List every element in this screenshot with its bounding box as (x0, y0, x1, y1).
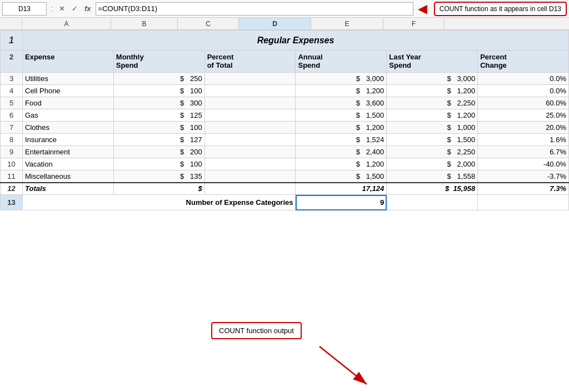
cancel-icon[interactable]: ✕ (57, 3, 67, 14)
cell-b6[interactable]: $ 125 (113, 109, 204, 122)
cell-f6[interactable]: 25.0% (478, 109, 569, 122)
cell-b10[interactable]: $ 100 (113, 158, 204, 170)
cell-f4[interactable]: 0.0% (478, 85, 569, 97)
cell-e8[interactable]: $ 1,500 (387, 134, 478, 146)
cell-d5[interactable]: $ 3,600 (296, 97, 387, 109)
function-icon[interactable]: fx (82, 3, 93, 14)
svg-line-1 (320, 346, 367, 384)
header-percent-change: PercentChange (478, 51, 569, 73)
table-row-1: 1 Regular Expenses (1, 31, 569, 51)
spreadsheet-table: 1 Regular Expenses 2 Expense MonthlySpen… (0, 30, 569, 210)
cell-c9[interactable] (204, 146, 296, 158)
table-row-11: 11 Miscellaneous $ 135 $ 1,500 $ 1,558 -… (1, 170, 569, 183)
cell-e6[interactable]: $ 1,200 (387, 109, 478, 122)
cell-e12[interactable]: $ 15,958 (387, 183, 478, 195)
cell-b8[interactable]: $ 127 (113, 134, 204, 146)
cell-a3[interactable]: Utilities (23, 73, 114, 85)
formula-input[interactable] (96, 2, 413, 16)
count-annotation-box: COUNT function output (211, 322, 302, 339)
cell-c12[interactable] (204, 183, 296, 195)
cell-e13[interactable] (387, 195, 478, 210)
cell-c5[interactable] (204, 97, 296, 109)
cell-b7[interactable]: $ 100 (113, 122, 204, 134)
cell-d13[interactable]: 9 (296, 195, 387, 210)
formula-separator: : (49, 4, 54, 14)
cell-e7[interactable]: $ 1,000 (387, 122, 478, 134)
cell-c10[interactable] (204, 158, 296, 170)
cell-f3[interactable]: 0.0% (478, 73, 569, 85)
cell-a10[interactable]: Vacation (23, 158, 114, 170)
cell-a8[interactable]: Insurance (23, 134, 114, 146)
cell-b11[interactable]: $ 135 (113, 170, 204, 183)
table-row-10: 10 Vacation $ 100 $ 1,200 $ 2,000 -40.0% (1, 158, 569, 170)
cell-a13-c13[interactable]: Number of Expense Categories (23, 195, 296, 210)
cell-d4[interactable]: $ 1,200 (296, 85, 387, 97)
confirm-icon[interactable]: ✓ (69, 3, 80, 14)
cell-d11[interactable]: $ 1,500 (296, 170, 387, 183)
row-num-9: 9 (1, 146, 23, 158)
cell-a11[interactable]: Miscellaneous (23, 170, 114, 183)
cell-c7[interactable] (204, 122, 296, 134)
cell-b5[interactable]: $ 300 (113, 97, 204, 109)
col-header-b[interactable]: B (111, 18, 178, 29)
spreadsheet-wrapper: A B C D E F 1 Regular Expenses 2 Expense… (0, 18, 569, 210)
row-num-11: 11 (1, 170, 23, 183)
cell-c11[interactable] (204, 170, 296, 183)
formula-bar: D13 : ✕ ✓ fx ◀ COUNT function as it appe… (0, 0, 569, 18)
table-row-4: 4 Cell Phone $ 100 $ 1,200 $ 1,200 0.0% (1, 85, 569, 97)
title-cell[interactable]: Regular Expenses (23, 31, 569, 51)
row-num-5: 5 (1, 97, 23, 109)
cell-a12[interactable]: Totals (23, 183, 114, 195)
cell-f11[interactable]: -3.7% (478, 170, 569, 183)
cell-d6[interactable]: $ 1,500 (296, 109, 387, 122)
header-percent-of-total: Percentof Total (204, 51, 296, 73)
cell-f5[interactable]: 60.0% (478, 97, 569, 109)
cell-reference-box[interactable]: D13 (2, 2, 47, 16)
row-num-7: 7 (1, 122, 23, 134)
cell-c4[interactable] (204, 85, 296, 97)
cell-f10[interactable]: -40.0% (478, 158, 569, 170)
header-expense: Expense (23, 51, 114, 73)
cell-b12[interactable]: $ (113, 183, 204, 195)
cell-f8[interactable]: 1.6% (478, 134, 569, 146)
cell-d9[interactable]: $ 2,400 (296, 146, 387, 158)
cell-a7[interactable]: Clothes (23, 122, 114, 134)
cell-e3[interactable]: $ 3,000 (387, 73, 478, 85)
cell-f12[interactable]: 7.3% (478, 183, 569, 195)
cell-a6[interactable]: Gas (23, 109, 114, 122)
table-row-2: 2 Expense MonthlySpend Percentof Total A… (1, 51, 569, 73)
cell-f9[interactable]: 6.7% (478, 146, 569, 158)
cell-e4[interactable]: $ 1,200 (387, 85, 478, 97)
table-row-6: 6 Gas $ 125 $ 1,500 $ 1,200 25.0% (1, 109, 569, 122)
header-last-year-spend: Last YearSpend (387, 51, 478, 73)
formula-arrow: ◀ (418, 2, 427, 16)
cell-b4[interactable]: $ 100 (113, 85, 204, 97)
cell-a9[interactable]: Entertainment (23, 146, 114, 158)
col-header-f[interactable]: F (383, 18, 445, 29)
cell-d3[interactable]: $ 3,000 (296, 73, 387, 85)
col-header-a[interactable]: A (22, 18, 111, 29)
cell-a4[interactable]: Cell Phone (23, 85, 114, 97)
cell-f7[interactable]: 20.0% (478, 122, 569, 134)
col-header-e[interactable]: E (311, 18, 383, 29)
cell-e10[interactable]: $ 2,000 (387, 158, 478, 170)
cell-b9[interactable]: $ 200 (113, 146, 204, 158)
cell-f13[interactable] (478, 195, 569, 210)
cell-a5[interactable]: Food (23, 97, 114, 109)
cell-d10[interactable]: $ 1,200 (296, 158, 387, 170)
col-header-c[interactable]: C (178, 18, 239, 29)
cell-e9[interactable]: $ 2,250 (387, 146, 478, 158)
cell-c6[interactable] (204, 109, 296, 122)
cell-c3[interactable] (204, 73, 296, 85)
row-num-8: 8 (1, 134, 23, 146)
cell-d12[interactable]: 17,124 (296, 183, 387, 195)
table-row-8: 8 Insurance $ 127 $ 1,524 $ 1,500 1.6% (1, 134, 569, 146)
cell-d8[interactable]: $ 1,524 (296, 134, 387, 146)
cell-b3[interactable]: $ 250 (113, 73, 204, 85)
table-row-13: 13 Number of Expense Categories 9 (1, 195, 569, 210)
col-header-d[interactable]: D (239, 18, 311, 29)
cell-c8[interactable] (204, 134, 296, 146)
cell-e5[interactable]: $ 2,250 (387, 97, 478, 109)
cell-d7[interactable]: $ 1,200 (296, 122, 387, 134)
cell-e11[interactable]: $ 1,558 (387, 170, 478, 183)
